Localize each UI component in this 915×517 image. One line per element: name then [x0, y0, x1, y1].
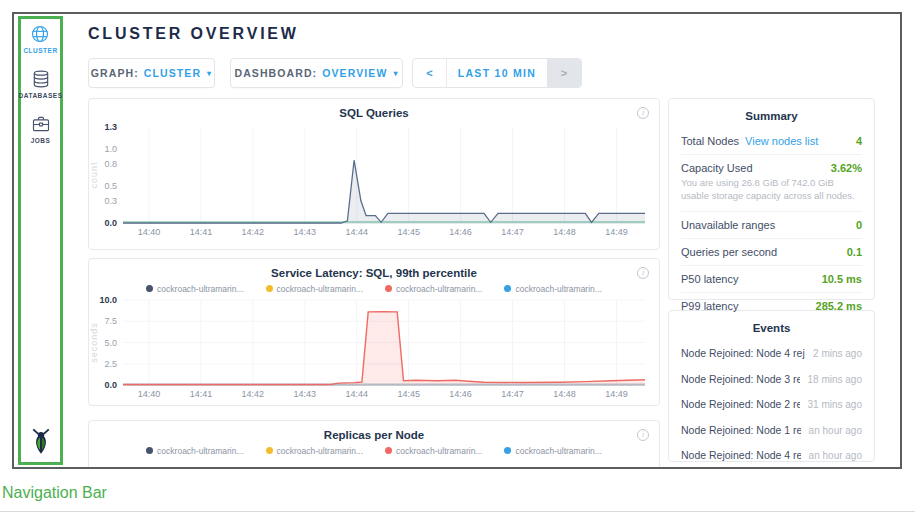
svg-text:14:42: 14:42 — [242, 389, 265, 399]
svg-text:1.3: 1.3 — [104, 122, 117, 132]
navigation-bar: CLUSTER DATABASES — [18, 16, 63, 465]
row-value: 0 — [856, 219, 862, 231]
svg-text:0.3: 0.3 — [104, 196, 117, 206]
svg-text:14:41: 14:41 — [190, 227, 213, 237]
summary-row-capacity: Capacity Used 3.62% You are using 26.8 G… — [681, 155, 862, 212]
summary-title: Summary — [681, 99, 862, 128]
legend-dot — [504, 285, 511, 292]
summary-row-queries-per-second: Queries per second 0.1 — [681, 239, 862, 266]
right-column: Summary Total Nodes View nodes list 4 Ca… — [668, 98, 875, 462]
globe-icon — [30, 24, 50, 44]
legend-dot — [266, 285, 273, 292]
svg-text:14:40: 14:40 — [138, 389, 161, 399]
svg-text:1.0: 1.0 — [104, 144, 117, 154]
charts-column: SQL Queries i 14:4014:4114:4214:4314:441… — [88, 98, 660, 469]
events-panel: Events Node Rejoined: Node 4 rej... 2 mi… — [668, 310, 875, 462]
legend-item: cockroach-ultramarin... — [504, 282, 601, 295]
cockroachdb-logo — [27, 427, 55, 459]
row-value: 0.1 — [847, 246, 862, 258]
sidebar-item-label: CLUSTER — [23, 47, 57, 54]
briefcase-icon — [31, 114, 51, 134]
event-row: Node Rejoined: Node 3 rej... 18 mins ago — [681, 366, 862, 392]
dashboard-dropdown-value: OVERVIEW — [322, 67, 387, 79]
annotation-navigation-bar-label: Navigation Bar — [2, 484, 107, 502]
chart-title: Service Latency: SQL, 99th percentile — [89, 259, 659, 279]
time-range-next-button: > — [547, 59, 581, 87]
legend-item: cockroach-ultramarin... — [146, 444, 243, 457]
graph-dropdown[interactable]: GRAPH: CLUSTER ▾ — [88, 58, 215, 88]
sidebar-item-jobs[interactable]: JOBS — [31, 114, 51, 144]
event-text: Node Rejoined: Node 2 rej... — [681, 398, 800, 410]
sidebar-item-databases[interactable]: DATABASES — [19, 69, 63, 99]
chevron-down-icon: ▾ — [207, 69, 212, 78]
info-icon[interactable]: i — [637, 429, 649, 441]
dashboard-dropdown-label: DASHBOARD: — [234, 67, 317, 79]
graph-dropdown-value: CLUSTER — [144, 67, 201, 79]
page-title: CLUSTER OVERVIEW — [88, 25, 299, 43]
capacity-used-label: Capacity Used — [681, 162, 753, 174]
svg-text:14:48: 14:48 — [553, 227, 576, 237]
admin-ui-window: CLUSTER DATABASES — [12, 12, 902, 469]
divider — [0, 511, 915, 512]
chevron-down-icon: ▾ — [393, 69, 398, 78]
summary-panel: Summary Total Nodes View nodes list 4 Ca… — [668, 98, 875, 300]
event-time: an hour ago — [809, 425, 862, 436]
svg-text:2.5: 2.5 — [104, 359, 117, 369]
summary-row-total-nodes: Total Nodes View nodes list 4 — [681, 128, 862, 155]
info-icon[interactable]: i — [637, 107, 649, 119]
svg-text:14:48: 14:48 — [553, 389, 576, 399]
legend-dot — [504, 447, 511, 454]
svg-text:14:46: 14:46 — [449, 227, 472, 237]
row-value: 10.5 ms — [822, 273, 862, 285]
legend-dot — [385, 447, 392, 454]
database-icon — [31, 69, 51, 89]
events-title: Events — [681, 311, 862, 340]
time-range-prev-button[interactable]: < — [413, 59, 447, 87]
svg-text:seconds: seconds — [89, 322, 99, 363]
svg-text:0.0: 0.0 — [104, 380, 117, 390]
row-label: Queries per second — [681, 246, 777, 258]
legend-dot — [385, 285, 392, 292]
summary-row-unavailable-ranges: Unavailable ranges 0 — [681, 212, 862, 239]
event-text: Node Rejoined: Node 1 rej... — [681, 424, 801, 436]
svg-text:14:49: 14:49 — [605, 227, 628, 237]
event-row: Node Rejoined: Node 4 rej... 2 mins ago — [681, 340, 862, 366]
legend-item: cockroach-ultramarin... — [504, 444, 601, 457]
sidebar-item-cluster[interactable]: CLUSTER — [23, 24, 57, 54]
legend-item: cockroach-ultramarin... — [385, 444, 482, 457]
svg-text:14:44: 14:44 — [345, 227, 368, 237]
row-value: 285.2 ms — [816, 300, 862, 312]
svg-text:14:45: 14:45 — [397, 227, 420, 237]
event-text: Node Rejoined: Node 3 rej... — [681, 373, 800, 385]
svg-text:0.5: 0.5 — [104, 181, 117, 191]
event-time: 18 mins ago — [808, 374, 862, 385]
svg-text:14:43: 14:43 — [294, 227, 317, 237]
event-text: Node Rejoined: Node 4 rej... — [681, 347, 805, 359]
svg-text:14:43: 14:43 — [294, 389, 317, 399]
svg-text:10.0: 10.0 — [99, 295, 117, 305]
time-range-label[interactable]: LAST 10 MIN — [447, 59, 547, 87]
svg-text:14:41: 14:41 — [190, 389, 213, 399]
row-label: P50 latency — [681, 273, 738, 285]
sidebar-item-label: JOBS — [31, 137, 51, 144]
total-nodes-label: Total Nodes — [681, 135, 739, 147]
svg-text:14:46: 14:46 — [449, 389, 472, 399]
legend-item: cockroach-ultramarin... — [385, 282, 482, 295]
svg-text:0.0: 0.0 — [104, 218, 117, 228]
event-text: Node Rejoined: Node 4 rej... — [681, 449, 801, 461]
sql-queries-chart-card: SQL Queries i 14:4014:4114:4214:4314:441… — [88, 98, 660, 250]
info-icon[interactable]: i — [637, 267, 649, 279]
view-nodes-list-link[interactable]: View nodes list — [745, 135, 856, 147]
dashboard-dropdown[interactable]: DASHBOARD: OVERVIEW ▾ — [230, 58, 403, 88]
svg-text:14:49: 14:49 — [605, 389, 628, 399]
chart-title: SQL Queries — [89, 99, 659, 119]
replicas-per-node-plot[interactable]: 14:4014:4114:4214:4314:4414:4514:4614:47… — [89, 457, 659, 469]
svg-text:14:40: 14:40 — [138, 227, 161, 237]
replicas-per-node-chart-card: Replicas per Node i cockroach-ultramarin… — [88, 420, 660, 469]
event-time: an hour ago — [809, 450, 862, 461]
svg-text:count: count — [89, 161, 99, 188]
row-label: Unavailable ranges — [681, 219, 775, 231]
sql-queries-plot[interactable]: 14:4014:4114:4214:4314:4414:4514:4614:47… — [89, 119, 659, 241]
chart-title: Replicas per Node — [89, 421, 659, 441]
service-latency-plot[interactable]: 14:4014:4114:4214:4314:4414:4514:4614:47… — [89, 295, 659, 401]
